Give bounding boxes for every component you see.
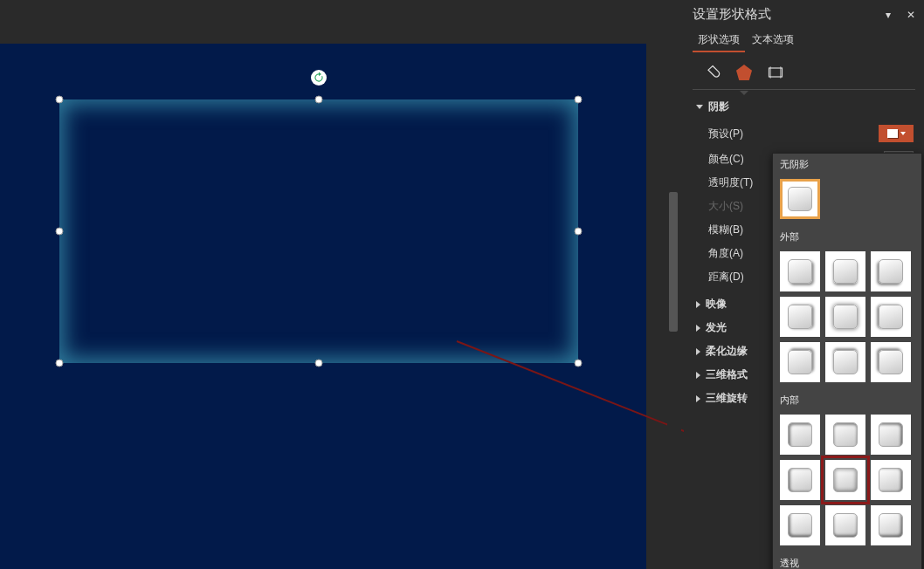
resize-handle-se[interactable] <box>575 360 583 367</box>
effects-category-icon[interactable] <box>733 61 755 84</box>
resize-handle-ne[interactable] <box>575 96 583 104</box>
pane-title: 设置形状格式 <box>693 6 771 23</box>
preset-outer-3[interactable] <box>871 251 911 291</box>
resize-handle-nw[interactable] <box>56 96 64 104</box>
slide-canvas[interactable] <box>0 44 646 569</box>
resize-handle-w[interactable] <box>56 228 64 236</box>
section-shadow[interactable]: 阴影 <box>693 95 915 119</box>
resize-handle-e[interactable] <box>575 228 583 236</box>
shadow-preset-popup: 无阴影 外部 内部 透视 <box>772 153 922 569</box>
preset-label: 预设(P) <box>708 127 743 141</box>
selected-rectangle-shape[interactable] <box>59 99 578 363</box>
blur-label: 模糊(B) <box>708 223 743 237</box>
preset-inner-3[interactable] <box>871 415 911 455</box>
preset-outer-5[interactable] <box>825 297 865 337</box>
rotate-handle-icon[interactable] <box>311 70 327 86</box>
pane-close-icon[interactable]: ✕ <box>907 9 915 21</box>
tab-shape-options[interactable]: 形状选项 <box>693 30 745 52</box>
shadow-preset-button[interactable] <box>879 125 914 142</box>
popup-no-shadow-header: 无阴影 <box>773 154 921 175</box>
tab-text-options[interactable]: 文本选项 <box>747 30 799 52</box>
angle-label: 角度(A) <box>708 246 743 261</box>
size-label: 大小(S) <box>708 199 743 214</box>
transparency-label: 透明度(T) <box>708 175 753 190</box>
preset-no-shadow[interactable] <box>780 179 820 219</box>
preset-outer-8[interactable] <box>825 342 865 382</box>
svg-rect-1 <box>769 68 783 77</box>
color-label: 颜色(C) <box>708 152 744 167</box>
distance-label: 距离(D) <box>708 270 744 284</box>
size-properties-category-icon[interactable] <box>764 61 787 84</box>
preset-outer-4[interactable] <box>780 297 820 337</box>
pane-options-dropdown-icon[interactable]: ▾ <box>886 9 891 21</box>
fill-line-category-icon[interactable] <box>701 61 724 84</box>
preset-inner-9[interactable] <box>871 505 911 545</box>
preset-outer-2[interactable] <box>825 251 865 291</box>
preset-inner-8[interactable] <box>825 505 865 545</box>
popup-outer-header: 外部 <box>773 226 921 248</box>
preset-inner-1[interactable] <box>780 415 820 455</box>
preset-inner-6[interactable] <box>871 460 911 500</box>
preset-inner-4[interactable] <box>780 460 820 500</box>
vertical-scrollbar[interactable] <box>667 52 681 541</box>
popup-inner-header: 内部 <box>773 389 921 411</box>
preset-outer-7[interactable] <box>780 342 820 382</box>
resize-handle-s[interactable] <box>315 360 323 367</box>
popup-perspective-header: 透视 <box>773 552 921 569</box>
resize-handle-n[interactable] <box>315 96 323 104</box>
preset-outer-6[interactable] <box>871 297 911 337</box>
scrollbar-thumb[interactable] <box>669 192 678 332</box>
resize-handle-sw[interactable] <box>56 360 64 367</box>
preset-outer-9[interactable] <box>871 342 911 382</box>
preset-inner-2[interactable] <box>825 415 865 455</box>
preset-inner-center[interactable] <box>825 460 865 500</box>
preset-outer-1[interactable] <box>780 251 820 291</box>
preset-inner-7[interactable] <box>780 505 820 545</box>
